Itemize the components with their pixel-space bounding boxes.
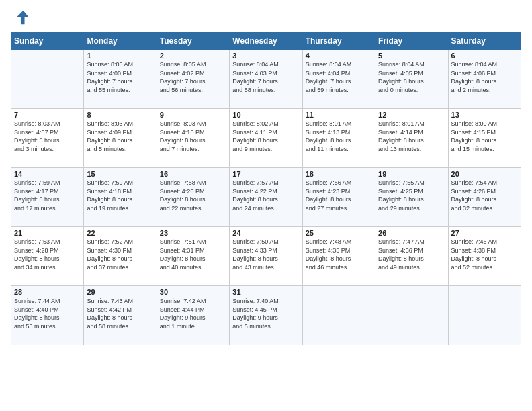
cell-w5-d2: 29Sunrise: 7:43 AM Sunset: 4:42 PM Dayli… [84,286,157,345]
day-number: 26 [378,229,445,237]
day-info: Sunrise: 7:50 AM Sunset: 4:33 PM Dayligh… [232,238,299,271]
day-number: 6 [451,52,518,60]
day-number: 30 [160,288,226,296]
day-info: Sunrise: 7:53 AM Sunset: 4:28 PM Dayligh… [14,238,81,271]
day-number: 10 [232,111,299,119]
day-number: 9 [160,111,226,119]
day-info: Sunrise: 8:03 AM Sunset: 4:09 PM Dayligh… [87,120,153,153]
day-number: 24 [232,229,299,237]
week-row-2: 7Sunrise: 8:03 AM Sunset: 4:07 PM Daylig… [11,109,521,168]
day-info: Sunrise: 7:48 AM Sunset: 4:35 PM Dayligh… [306,238,372,271]
cell-w4-d4: 24Sunrise: 7:50 AM Sunset: 4:33 PM Dayli… [230,227,302,286]
day-number: 22 [87,229,153,237]
day-info: Sunrise: 8:04 AM Sunset: 4:05 PM Dayligh… [378,60,445,94]
cell-w5-d4: 31Sunrise: 7:40 AM Sunset: 4:45 PM Dayli… [230,286,302,345]
week-row-5: 28Sunrise: 7:44 AM Sunset: 4:40 PM Dayli… [11,286,521,345]
day-info: Sunrise: 7:42 AM Sunset: 4:44 PM Dayligh… [160,297,226,330]
cell-w1-d3: 2Sunrise: 8:05 AM Sunset: 4:02 PM Daylig… [157,50,229,109]
day-info: Sunrise: 7:44 AM Sunset: 4:40 PM Dayligh… [14,297,81,330]
day-number: 8 [87,111,153,119]
cell-w3-d6: 19Sunrise: 7:55 AM Sunset: 4:25 PM Dayli… [375,168,448,227]
day-number: 20 [451,170,518,178]
day-info: Sunrise: 8:01 AM Sunset: 4:14 PM Dayligh… [378,120,445,153]
day-number: 17 [232,170,299,178]
day-info: Sunrise: 7:58 AM Sunset: 4:20 PM Dayligh… [160,179,226,212]
day-info: Sunrise: 7:40 AM Sunset: 4:45 PM Dayligh… [232,297,299,330]
cell-w5-d6 [375,286,448,345]
cell-w4-d7: 27Sunrise: 7:46 AM Sunset: 4:38 PM Dayli… [448,227,521,286]
day-number: 18 [306,170,372,178]
cell-w1-d7: 6Sunrise: 8:04 AM Sunset: 4:06 PM Daylig… [448,50,521,109]
day-number: 4 [306,52,372,60]
cell-w3-d4: 17Sunrise: 7:57 AM Sunset: 4:22 PM Dayli… [230,168,302,227]
calendar-table: SundayMondayTuesdayWednesdayThursdayFrid… [11,32,521,345]
cell-w3-d5: 18Sunrise: 7:56 AM Sunset: 4:23 PM Dayli… [302,168,375,227]
day-number: 16 [160,170,226,178]
week-row-3: 14Sunrise: 7:59 AM Sunset: 4:17 PM Dayli… [11,168,521,227]
cell-w4-d2: 22Sunrise: 7:52 AM Sunset: 4:30 PM Dayli… [84,227,157,286]
svg-marker-0 [17,11,28,25]
col-header-saturday: Saturday [448,33,521,50]
header-row: SundayMondayTuesdayWednesdayThursdayFrid… [11,33,521,50]
logo [11,8,32,27]
cell-w5-d5 [302,286,375,345]
cell-w3-d1: 14Sunrise: 7:59 AM Sunset: 4:17 PM Dayli… [11,168,84,227]
day-info: Sunrise: 8:05 AM Sunset: 4:02 PM Dayligh… [160,60,226,94]
cell-w1-d4: 3Sunrise: 8:04 AM Sunset: 4:03 PM Daylig… [230,50,302,109]
cell-w5-d3: 30Sunrise: 7:42 AM Sunset: 4:44 PM Dayli… [157,286,229,345]
day-number: 15 [87,170,153,178]
cell-w3-d3: 16Sunrise: 7:58 AM Sunset: 4:20 PM Dayli… [157,168,229,227]
day-info: Sunrise: 7:51 AM Sunset: 4:31 PM Dayligh… [160,238,226,271]
logo-icon [11,8,30,27]
day-info: Sunrise: 7:52 AM Sunset: 4:30 PM Dayligh… [87,238,153,271]
col-header-thursday: Thursday [302,33,375,50]
day-number: 31 [232,288,299,296]
cell-w4-d1: 21Sunrise: 7:53 AM Sunset: 4:28 PM Dayli… [11,227,84,286]
day-info: Sunrise: 7:59 AM Sunset: 4:18 PM Dayligh… [87,179,153,212]
cell-w2-d2: 8Sunrise: 8:03 AM Sunset: 4:09 PM Daylig… [84,109,157,168]
cell-w4-d6: 26Sunrise: 7:47 AM Sunset: 4:36 PM Dayli… [375,227,448,286]
day-info: Sunrise: 8:04 AM Sunset: 4:03 PM Dayligh… [232,60,299,94]
day-number: 11 [306,111,372,119]
day-info: Sunrise: 8:01 AM Sunset: 4:13 PM Dayligh… [306,120,372,153]
cell-w3-d2: 15Sunrise: 7:59 AM Sunset: 4:18 PM Dayli… [84,168,157,227]
day-number: 7 [14,111,81,119]
cell-w5-d7 [448,286,521,345]
day-info: Sunrise: 8:05 AM Sunset: 4:00 PM Dayligh… [87,60,153,94]
cell-w2-d7: 13Sunrise: 8:00 AM Sunset: 4:15 PM Dayli… [448,109,521,168]
day-number: 21 [14,229,81,237]
day-number: 5 [378,52,445,60]
cell-w1-d6: 5Sunrise: 8:04 AM Sunset: 4:05 PM Daylig… [375,50,448,109]
page: SundayMondayTuesdayWednesdayThursdayFrid… [0,0,532,411]
day-number: 19 [378,170,445,178]
cell-w1-d2: 1Sunrise: 8:05 AM Sunset: 4:00 PM Daylig… [84,50,157,109]
day-info: Sunrise: 7:46 AM Sunset: 4:38 PM Dayligh… [451,238,518,271]
day-info: Sunrise: 7:55 AM Sunset: 4:25 PM Dayligh… [378,179,445,212]
cell-w4-d3: 23Sunrise: 7:51 AM Sunset: 4:31 PM Dayli… [157,227,229,286]
cell-w1-d1 [11,50,84,109]
day-number: 29 [87,288,153,296]
day-number: 27 [451,229,518,237]
day-info: Sunrise: 8:04 AM Sunset: 4:04 PM Dayligh… [306,60,372,94]
day-info: Sunrise: 8:03 AM Sunset: 4:07 PM Dayligh… [14,120,81,153]
week-row-4: 21Sunrise: 7:53 AM Sunset: 4:28 PM Dayli… [11,227,521,286]
week-row-1: 1Sunrise: 8:05 AM Sunset: 4:00 PM Daylig… [11,50,521,109]
day-info: Sunrise: 7:59 AM Sunset: 4:17 PM Dayligh… [14,179,81,212]
day-number: 25 [306,229,372,237]
day-info: Sunrise: 7:57 AM Sunset: 4:22 PM Dayligh… [232,179,299,212]
cell-w2-d1: 7Sunrise: 8:03 AM Sunset: 4:07 PM Daylig… [11,109,84,168]
day-number: 28 [14,288,81,296]
cell-w2-d4: 10Sunrise: 8:02 AM Sunset: 4:11 PM Dayli… [230,109,302,168]
cell-w2-d5: 11Sunrise: 8:01 AM Sunset: 4:13 PM Dayli… [302,109,375,168]
cell-w3-d7: 20Sunrise: 7:54 AM Sunset: 4:26 PM Dayli… [448,168,521,227]
col-header-wednesday: Wednesday [230,33,302,50]
day-info: Sunrise: 8:03 AM Sunset: 4:10 PM Dayligh… [160,120,226,153]
day-info: Sunrise: 8:04 AM Sunset: 4:06 PM Dayligh… [451,60,518,94]
day-number: 2 [160,52,226,60]
day-info: Sunrise: 7:56 AM Sunset: 4:23 PM Dayligh… [306,179,372,212]
day-number: 23 [160,229,226,237]
col-header-friday: Friday [375,33,448,50]
day-number: 13 [451,111,518,119]
col-header-tuesday: Tuesday [157,33,229,50]
header [11,8,521,27]
